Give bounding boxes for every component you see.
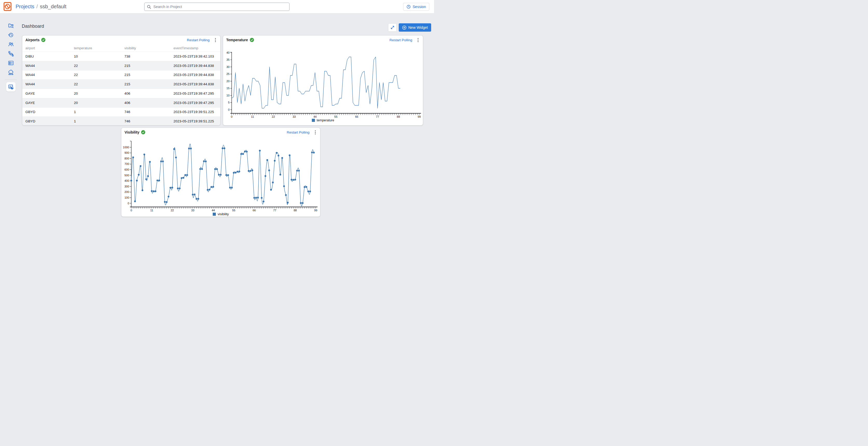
table-row: GAYE204062023-05-23T19:39:47.295 [22,89,220,98]
svg-text:22: 22 [171,209,174,212]
svg-text:88: 88 [397,115,400,118]
table-cell: 215 [121,64,170,68]
visibility-chart: 0100200300400500600700800900100001122334… [121,136,320,217]
svg-text:20: 20 [226,79,229,83]
table-cell: WA44 [22,82,71,86]
table-cell: 738 [121,55,170,58]
table-row: WA44222152023-05-23T19:39:44.838 [22,70,220,79]
svg-text:15: 15 [226,87,229,90]
new-widget-label: New Widget [408,25,428,30]
new-widget-button[interactable]: New Widget [399,23,431,32]
table-row: GBYD17462023-05-23T19:39:51.225 [22,107,220,117]
expand-dashboard-button[interactable] [388,23,397,32]
sidebar-item-console[interactable] [6,58,16,68]
restart-polling-link[interactable]: Restart Polling [187,38,210,42]
status-ok-icon [250,38,254,42]
column-header: temperature [71,46,121,50]
table-cell: 746 [121,119,170,123]
widget-menu-button[interactable] [416,37,420,43]
table-cell: 10 [71,55,121,58]
svg-text:33: 33 [292,115,296,118]
legend-label: visibility [218,212,229,216]
svg-text:22: 22 [272,115,275,118]
widget-title: Temperature [226,38,248,42]
session-button[interactable]: Session [403,3,429,11]
column-header: airport [22,46,71,50]
svg-text:5: 5 [228,101,229,104]
restart-polling-link[interactable]: Restart Polling [390,38,412,42]
folder-search-icon [8,23,14,29]
search-icon [147,5,151,9]
cloud-cluster-icon [8,69,14,75]
widget-temperature-header: Temperature Restart Polling [223,35,423,43]
clock-icon [406,5,411,9]
table-cell: WA44 [22,64,71,68]
table-cell: 22 [71,82,121,86]
project-search [144,3,289,11]
table-cell: 215 [121,73,170,77]
session-button-label: Session [412,5,426,9]
table-cell: WA44 [22,73,71,77]
table-row: GBYD17462023-05-23T19:39:51.225 [22,117,220,126]
svg-text:11: 11 [150,209,153,212]
svg-text:100: 100 [125,196,129,199]
flow-nodes-icon [8,51,14,57]
svg-text:0: 0 [128,202,129,205]
status-ok-icon [41,38,45,42]
sidebar-item-project-explorer[interactable] [6,21,16,30]
svg-text:900: 900 [125,151,129,154]
airports-table-body: DIBU107382023-05-23T19:39:42.103WA442221… [22,52,220,126]
widget-title: Airports [25,38,39,42]
svg-text:33: 33 [191,209,194,212]
sidebar-divider [5,79,17,80]
visibility-chart-legend: visibility [121,212,320,217]
table-row: WA44222152023-05-23T19:39:44.838 [22,79,220,89]
table-cell: 2023-05-23T19:39:44.838 [170,73,220,77]
svg-text:88: 88 [293,209,297,212]
breadcrumb-current-project: ssb_default [40,4,66,9]
widget-visibility: Visibility Restart Polling 0100200300400… [121,128,320,217]
svg-text:77: 77 [273,209,276,212]
table-cell: 746 [121,110,170,114]
svg-text:0: 0 [231,115,232,118]
table-row: DIBU107382023-05-23T19:39:42.103 [22,52,220,61]
table-cell: 2023-05-23T19:39:42.103 [170,55,220,58]
svg-text:40: 40 [226,51,229,54]
table-cell: 1 [71,119,121,123]
table-cell: GAYE [22,92,71,95]
widget-menu-button[interactable] [314,130,317,135]
table-cell: 2023-05-23T19:39:51.225 [170,110,220,114]
table-row: GAYE204062023-05-23T19:39:47.295 [22,98,220,107]
sidebar-item-history[interactable] [6,30,16,40]
sidebar-item-dashboard[interactable] [6,82,16,92]
table-cell: GAYE [22,101,71,105]
temperature-chart-plot: 05101520253035400112233445566778899 [223,43,423,118]
widget-temperature: Temperature Restart Polling 051015202530… [223,35,423,126]
svg-text:300: 300 [125,185,129,188]
sidebar-item-users[interactable] [6,40,16,49]
widget-airports: Airports Restart Polling airporttemperat… [22,35,220,126]
legend-swatch [213,213,216,216]
widget-menu-button[interactable] [214,37,217,43]
table-cell: 2023-05-23T19:39:44.838 [170,64,220,68]
svg-text:44: 44 [313,115,316,118]
svg-text:35: 35 [226,58,229,61]
search-input[interactable] [144,3,289,11]
table-cell: 215 [121,82,170,86]
svg-text:30: 30 [226,65,229,68]
table-cell: 20 [71,101,121,105]
table-cell: 22 [71,64,121,68]
breadcrumb-projects-link[interactable]: Projects [16,4,34,9]
widget-title: Visibility [125,130,139,134]
restart-polling-link[interactable]: Restart Polling [287,130,309,134]
svg-text:600: 600 [125,168,129,171]
expand-icon [390,25,395,30]
sidebar-item-job-flow[interactable] [6,49,16,58]
dashboard-chart-pie-icon [8,84,14,90]
svg-text:66: 66 [253,209,256,212]
sidebar-item-data-sources[interactable] [6,68,16,77]
console-form-icon [8,60,14,66]
svg-text:66: 66 [355,115,358,118]
app-logo-icon[interactable] [3,2,12,11]
svg-text:0: 0 [228,108,229,111]
